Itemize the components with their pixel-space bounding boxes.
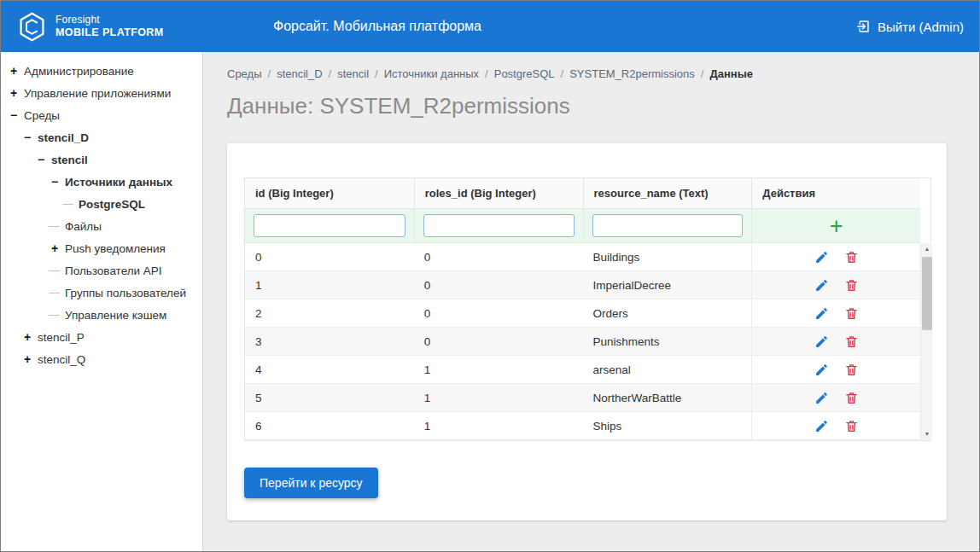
actions-cell — [751, 299, 920, 327]
expand-icon[interactable]: + — [8, 86, 20, 100]
edit-row-icon[interactable] — [814, 306, 829, 321]
filter-cell — [583, 209, 752, 242]
tree-item-label: Группы пользователей — [65, 287, 186, 299]
filter-input-resource_name[interactable] — [592, 214, 744, 237]
table-row: 00Buildings — [245, 243, 920, 271]
tree-item-label: stencil_D — [38, 131, 89, 144]
delete-row-icon[interactable] — [844, 391, 859, 405]
edit-row-icon[interactable] — [814, 250, 829, 264]
tree-item[interactable]: +Администрирование — [1, 60, 202, 82]
table-row: 20Orders — [245, 299, 920, 328]
cell-id: 4 — [245, 356, 414, 383]
logout-label: Выйти (Admin) — [878, 20, 964, 34]
delete-row-icon[interactable] — [844, 250, 859, 264]
top-header: Foresight MOBILE PLATFORM Форсайт. Мобил… — [1, 1, 979, 52]
delete-row-icon[interactable] — [844, 278, 859, 293]
edit-row-icon[interactable] — [814, 363, 829, 377]
collapse-icon[interactable]: − — [49, 175, 61, 189]
breadcrumb-item[interactable]: stencil_D — [277, 67, 322, 80]
edit-row-icon[interactable] — [814, 419, 829, 433]
tree-item[interactable]: −Источники данных — [1, 171, 202, 193]
collapse-icon[interactable]: − — [8, 108, 20, 122]
tree-item-label: Администрирование — [24, 65, 134, 78]
expand-icon[interactable]: + — [8, 64, 20, 78]
cell-id: 2 — [245, 299, 414, 327]
tree-item[interactable]: +stencil_P — [1, 326, 202, 348]
breadcrumb: Среды/stencil_D/stencil/Источники данных… — [227, 67, 947, 80]
scrollbar-up-icon[interactable]: ▲ — [921, 243, 933, 255]
actions-cell — [751, 412, 920, 439]
column-header: roles_id (Big Integer) — [414, 178, 583, 208]
breadcrumb-item[interactable]: Источники данных — [384, 67, 479, 80]
tree-item-label: stencil_P — [38, 331, 85, 344]
cell-id: 1 — [245, 271, 414, 299]
go-to-resource-button[interactable]: Перейти к ресурсу — [244, 468, 378, 498]
cell-resource_name: Punishments — [583, 328, 752, 355]
cell-roles_id: 1 — [414, 356, 583, 383]
tree-item[interactable]: +stencil_Q — [1, 348, 202, 370]
tree-item-label: Управление кэшем — [65, 309, 166, 322]
breadcrumb-item[interactable]: Среды — [227, 67, 262, 80]
actions-cell — [751, 356, 920, 383]
expand-icon[interactable]: + — [21, 352, 33, 366]
delete-row-icon[interactable] — [844, 306, 859, 321]
tree-item[interactable]: −stencil_D — [1, 126, 202, 148]
logout-button[interactable]: Выйти (Admin) — [855, 19, 964, 34]
tree-item[interactable]: −Среды — [1, 104, 202, 126]
cell-roles_id: 0 — [414, 243, 583, 270]
breadcrumb-separator: / — [268, 67, 271, 80]
logo-subtitle: MOBILE PLATFORM — [55, 26, 164, 40]
delete-row-icon[interactable] — [844, 419, 859, 433]
column-header: id (Big Integer) — [245, 178, 414, 208]
delete-row-icon[interactable] — [844, 334, 859, 349]
actions-cell — [751, 328, 920, 355]
app-title: Форсайт. Мобильная платформа — [221, 19, 534, 34]
tree-item[interactable]: Пользователи API — [1, 259, 202, 282]
tree-item-label: Пользователи API — [65, 264, 162, 277]
foresight-logo: Foresight MOBILE PLATFORM — [16, 11, 164, 43]
tree-item[interactable]: +Push уведомления — [1, 237, 202, 259]
app-root: Foresight MOBILE PLATFORM Форсайт. Мобил… — [0, 0, 980, 552]
edit-row-icon[interactable] — [814, 334, 829, 349]
cell-roles_id: 1 — [414, 412, 583, 439]
cell-roles_id: 0 — [414, 299, 583, 327]
filter-input-id[interactable] — [254, 214, 405, 237]
tree-item[interactable]: Файлы — [1, 215, 202, 237]
table-scrollbar[interactable]: ▲ ▼ — [920, 243, 932, 440]
cell-id: 0 — [245, 243, 414, 270]
breadcrumb-item[interactable]: stencil — [337, 67, 369, 80]
breadcrumb-item[interactable]: PostgreSQL — [494, 67, 555, 80]
cell-roles_id: 1 — [414, 384, 583, 411]
filter-cell — [414, 209, 583, 242]
tree-item[interactable]: −stencil — [1, 148, 202, 171]
logo-title: Foresight — [55, 14, 164, 26]
scrollbar-down-icon[interactable]: ▼ — [921, 428, 933, 440]
tree-connector — [62, 204, 73, 205]
tree-item-label: PostgreSQL — [79, 198, 145, 211]
delete-row-icon[interactable] — [844, 363, 859, 377]
tree-item[interactable]: +Управление приложениями — [1, 82, 202, 104]
tree-item[interactable]: Управление кэшем — [1, 304, 202, 326]
expand-icon[interactable]: + — [49, 241, 61, 255]
collapse-icon[interactable]: − — [35, 153, 47, 166]
scrollbar-thumb[interactable] — [922, 257, 932, 330]
data-card: id (Big Integer)roles_id (Big Integer)re… — [227, 143, 947, 520]
cell-resource_name: NortherWarBattle — [583, 384, 752, 411]
expand-icon[interactable]: + — [21, 330, 33, 344]
filter-input-roles_id[interactable] — [423, 214, 575, 237]
sidebar-tree: +Администрирование+Управление приложения… — [1, 52, 203, 551]
table-filter-row: + — [245, 209, 920, 243]
cell-roles_id: 0 — [414, 271, 583, 299]
edit-row-icon[interactable] — [814, 278, 829, 293]
breadcrumb-item[interactable]: SYSTEM_R2permissions — [569, 67, 695, 80]
add-row-icon[interactable]: + — [830, 216, 843, 236]
column-header: resource_name (Text) — [583, 178, 752, 208]
edit-row-icon[interactable] — [814, 391, 829, 405]
main-content: Среды/stencil_D/stencil/Источники данных… — [203, 52, 979, 551]
breadcrumb-separator: / — [375, 67, 378, 80]
actions-cell — [751, 271, 920, 299]
tree-item[interactable]: Группы пользователей — [1, 282, 202, 304]
collapse-icon[interactable]: − — [21, 131, 33, 144]
tree-item-label: stencil_Q — [38, 353, 85, 366]
tree-item[interactable]: PostgreSQL — [1, 193, 202, 215]
